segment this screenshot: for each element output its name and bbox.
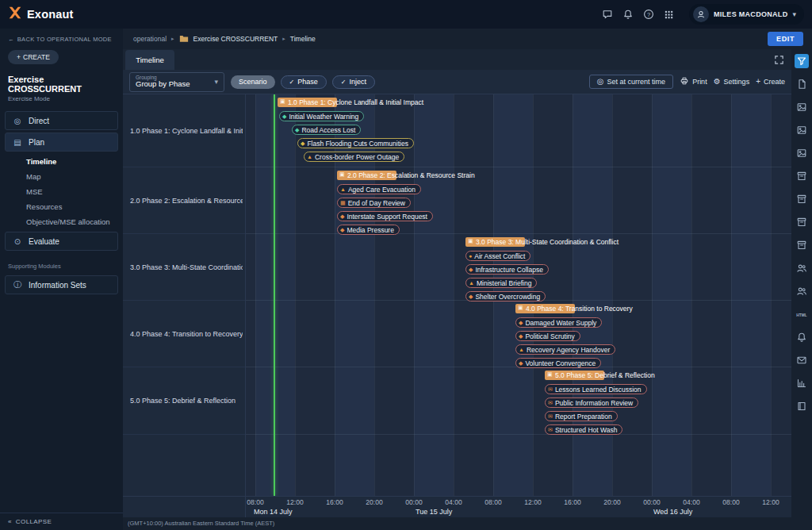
topbar-icons: ?: [597, 4, 680, 25]
inject-label: Damaged Water Supply: [525, 319, 596, 327]
diamond-icon: ◆: [469, 294, 473, 299]
sidebar-item-resources[interactable]: Resources: [0, 199, 123, 214]
axis-tick: 08:00: [485, 498, 501, 506]
inject-chip[interactable]: ▲Ministerial Briefing: [465, 278, 537, 288]
inject-chip[interactable]: ◆Volunteer Convergence: [515, 358, 601, 368]
inject-chip[interactable]: ◆Interstate Support Request: [337, 211, 433, 221]
timeline-row: ▣4.0 Phase 4: Transition to Recovery◆Dam…: [246, 301, 791, 367]
people-icon[interactable]: [795, 284, 809, 298]
inject-chip[interactable]: ▦End of Day Review: [337, 198, 411, 208]
chart-icon[interactable]: [795, 376, 809, 390]
sidebar-item-evaluate[interactable]: ⊙Evaluate: [5, 232, 118, 251]
inject-chip[interactable]: ▲Cross-border Power Outage: [304, 152, 404, 162]
html-icon[interactable]: HTML: [795, 307, 809, 321]
bell-icon[interactable]: [795, 330, 809, 344]
avatar: [693, 6, 709, 22]
axis-scale: 08:0012:0016:0020:0000:0004:0008:0012:00…: [246, 497, 791, 517]
breadcrumb-operational[interactable]: operational: [133, 35, 167, 43]
inject-chip[interactable]: ◆Shelter Overcrowding: [465, 291, 546, 301]
set-at-current-time-button[interactable]: ◎ Set at current time: [589, 75, 673, 89]
triangle-icon: ▲: [469, 280, 474, 286]
people-icon[interactable]: [795, 261, 809, 275]
chat-icon[interactable]: [597, 4, 618, 25]
sidebar-item-objective-mse-allocation[interactable]: Objective/MSE allocation: [0, 214, 123, 229]
filter-icon[interactable]: [795, 54, 809, 68]
back-label: BACK TO OPERATIONAL MODE: [17, 36, 112, 43]
inject-label: Cross-border Power Outage: [315, 153, 399, 161]
image-icon[interactable]: [795, 123, 809, 137]
archive-icon[interactable]: [795, 169, 809, 183]
breadcrumb-exercise[interactable]: Exercise CROSSCURRENT: [193, 35, 278, 43]
create-label: Create: [764, 78, 785, 86]
sidebar-item-mse[interactable]: MSE: [0, 184, 123, 199]
inject-label: Shelter Overcrowding: [475, 293, 540, 301]
sidebar-item-timeline[interactable]: Timeline: [0, 154, 123, 169]
filter-chip-phase[interactable]: ✓Phase: [281, 75, 327, 89]
inject-chip[interactable]: ✉Lessons Learned Discussion: [545, 384, 647, 394]
inject-label: Report Preparation: [555, 413, 612, 421]
inject-chip[interactable]: ▲Aged Care Evacuation: [337, 184, 421, 194]
bell-icon[interactable]: [618, 4, 638, 25]
grouping-select[interactable]: Grouping Group by Phase ▾: [129, 72, 224, 92]
back-to-operational-mode[interactable]: ← BACK TO OPERATIONAL MODE: [0, 29, 123, 44]
sidebar-item-information-sets[interactable]: ⓘ Information Sets: [5, 275, 118, 294]
filter-chip-inject[interactable]: ✓Inject: [332, 75, 375, 89]
collapse-sidebar-button[interactable]: « COLLAPSE: [0, 513, 123, 530]
inject-chip[interactable]: ◆Road Access Lost: [292, 125, 361, 135]
archive-icon[interactable]: [795, 215, 809, 229]
gantt-chart[interactable]: ▣1.0 Phase 1: Cyclone Landfall & Initial…: [246, 94, 791, 496]
settings-button[interactable]: ⚙ Settings: [714, 78, 750, 86]
archive-icon[interactable]: [795, 192, 809, 206]
sidebar-item-label: Timeline: [26, 157, 56, 166]
sidebar-item-plan[interactable]: ▤Plan: [5, 132, 118, 152]
exercise-subtitle: Exercise Mode: [0, 94, 123, 109]
mail-icon: ✉: [548, 400, 553, 405]
inject-chip[interactable]: ◆Infrastructure Collapse: [465, 264, 549, 275]
sidebar-item-map[interactable]: Map: [0, 169, 123, 184]
inject-chip[interactable]: ◆Media Pressure: [337, 225, 400, 235]
chip-label: Inject: [349, 78, 366, 86]
supporting-modules-label: Supporting Modules: [0, 253, 123, 273]
inject-chip[interactable]: ◆Flash Flooding Cuts Communities: [297, 138, 414, 148]
axis-day: Mon 14 July: [254, 508, 293, 516]
mail-icon[interactable]: [795, 353, 809, 367]
image-icon[interactable]: [795, 146, 809, 160]
print-button[interactable]: Print: [680, 76, 707, 87]
set-at-current-time-label: Set at current time: [607, 78, 666, 86]
app-root: Exonaut ? MILES MACDONALD ▾ ← BACK TO OP…: [0, 0, 812, 530]
inject-chip[interactable]: ✉Report Preparation: [545, 411, 618, 421]
axis-tick: 16:00: [326, 498, 343, 506]
fullscreen-icon[interactable]: [774, 54, 784, 68]
diamond-icon: ◆: [469, 267, 473, 272]
sidebar-create-button[interactable]: + CREATE: [8, 50, 59, 64]
inject-chip[interactable]: ▲Recovery Agency Handover: [515, 344, 615, 355]
info-icon: ⓘ: [13, 279, 22, 290]
inject-chip[interactable]: ◆Political Scrutiny: [515, 331, 580, 341]
axis-tick: 04:00: [445, 498, 462, 506]
tab-timeline[interactable]: Timeline: [125, 50, 174, 70]
brand[interactable]: Exonaut: [8, 6, 74, 23]
brand-name: Exonaut: [27, 8, 74, 21]
book-icon[interactable]: [795, 399, 809, 413]
file-icon[interactable]: [795, 77, 809, 91]
inject-chip[interactable]: ✉Structured Hot Wash: [545, 424, 622, 435]
filter-chip-scenario[interactable]: Scenario: [231, 75, 275, 89]
image-icon[interactable]: [795, 100, 809, 114]
inject-chip[interactable]: ✉Public Information Review: [545, 398, 638, 408]
create-button[interactable]: + Create: [756, 78, 785, 86]
breadcrumb-timeline[interactable]: Timeline: [290, 35, 316, 43]
archive-icon[interactable]: [795, 238, 809, 252]
timeline-row-label: 5.0 Phase 5: Debrief & Reflection: [123, 367, 245, 435]
apps-icon[interactable]: [659, 4, 680, 25]
phase-label: 2.0 Phase 2: Escalation & Resource Strai…: [347, 171, 475, 180]
phase-icon: ▣: [339, 171, 345, 178]
help-icon[interactable]: ?: [638, 4, 659, 25]
sidebar-item-direct[interactable]: ◎Direct: [5, 111, 118, 130]
user-menu[interactable]: MILES MACDONALD ▾: [689, 4, 804, 25]
inject-chip[interactable]: ◆Initial Weather Warning: [279, 111, 364, 121]
inject-chip[interactable]: ◆Damaged Water Supply: [515, 317, 602, 328]
phase-label: 5.0 Phase 5: Debrief & Reflection: [555, 371, 655, 380]
timeline-row-label: 4.0 Phase 4: Transition to Recovery: [123, 301, 245, 367]
inject-chip[interactable]: ●Air Asset Conflict: [465, 251, 530, 261]
edit-button[interactable]: EDIT: [768, 32, 803, 46]
